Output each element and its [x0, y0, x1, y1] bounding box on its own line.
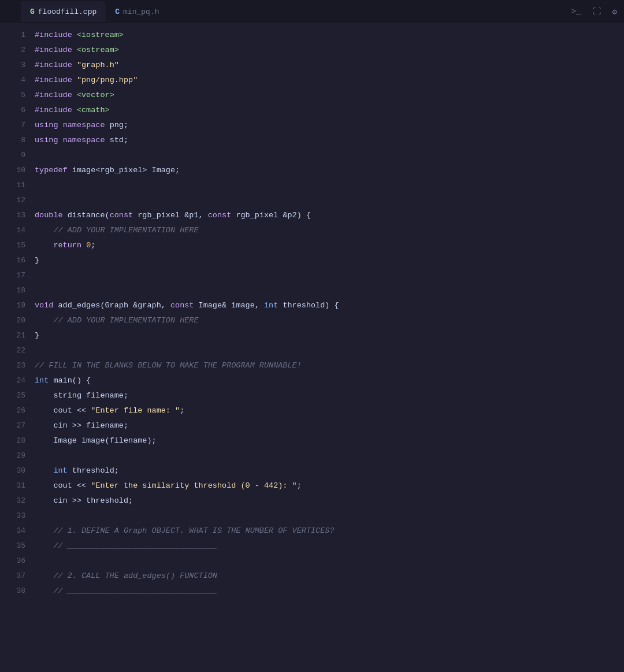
code-line-22: 22 [0, 343, 624, 358]
line-content-31: cout << "Enter the similarity threshold … [35, 478, 302, 493]
line-content-15: return 0; [35, 238, 95, 253]
code-line-6: 6#include <cmath> [0, 103, 624, 118]
code-line-8: 8using namespace std; [0, 133, 624, 148]
line-number-34: 34 [7, 524, 25, 539]
line-content-3: #include "graph.h" [35, 58, 119, 73]
line-number-20: 20 [7, 313, 25, 328]
code-line-16: 16} [0, 253, 624, 268]
tab-floodfill-label: floodfill.cpp [38, 8, 96, 16]
line-number-10: 10 [7, 163, 25, 178]
tab-floodfill[interactable]: Gfloodfill.cpp [21, 1, 106, 22]
tab-floodfill-icon: G [30, 8, 35, 16]
line-number-28: 28 [7, 433, 25, 448]
line-number-27: 27 [7, 418, 25, 433]
line-number-7: 7 [7, 118, 25, 133]
code-line-14: 14 // ADD YOUR IMPLEMENTATION HERE [0, 223, 624, 238]
code-line-15: 15 return 0; [0, 238, 624, 253]
line-number-18: 18 [7, 283, 25, 298]
code-line-34: 34 // 1. DEFINE A Graph OBJECT. WHAT IS … [0, 524, 624, 539]
line-number-14: 14 [7, 223, 25, 238]
code-line-25: 25 string filename; [0, 388, 624, 403]
line-number-2: 2 [7, 43, 25, 58]
code-line-24: 24int main() { [0, 373, 624, 388]
code-line-11: 11 [0, 178, 624, 193]
line-content-34: // 1. DEFINE A Graph OBJECT. WHAT IS THE… [35, 524, 335, 539]
line-content-20: // ADD YOUR IMPLEMENTATION HERE [35, 313, 199, 328]
code-line-30: 30 int threshold; [0, 463, 624, 478]
hamburger-icon[interactable] [5, 9, 9, 14]
line-number-16: 16 [7, 253, 25, 268]
code-line-9: 9 [0, 148, 624, 163]
code-line-35: 35 // ________________________________ [0, 539, 624, 554]
line-number-37: 37 [7, 569, 25, 584]
line-number-8: 8 [7, 133, 25, 148]
settings-button[interactable]: ⚙ [610, 6, 619, 18]
code-line-37: 37 // 2. CALL THE add_edges() FUNCTION [0, 569, 624, 584]
tab-minpq-icon: C [115, 8, 120, 16]
code-line-5: 5#include <vector> [0, 88, 624, 103]
code-line-3: 3#include "graph.h" [0, 58, 624, 73]
line-content-30: int threshold; [35, 463, 119, 478]
line-content-7: using namespace png; [35, 118, 128, 133]
line-number-5: 5 [7, 88, 25, 103]
code-line-7: 7using namespace png; [0, 118, 624, 133]
line-content-5: #include <vector> [35, 88, 114, 103]
fullscreen-button[interactable]: ⛶ [590, 6, 603, 17]
code-line-1: 1#include <iostream> [0, 28, 624, 43]
line-content-1: #include <iostream> [35, 28, 124, 43]
line-number-36: 36 [7, 554, 25, 569]
line-number-15: 15 [7, 238, 25, 253]
line-content-32: cin >> threshold; [35, 493, 133, 508]
code-line-23: 23// FILL IN THE BLANKS BELOW TO MAKE TH… [0, 358, 624, 373]
line-content-16: } [35, 253, 39, 268]
line-content-21: } [35, 328, 39, 343]
line-content-19: void add_edges(Graph &graph, const Image… [35, 298, 339, 313]
code-line-10: 10typedef image<rgb_pixel> Image; [0, 163, 624, 178]
line-content-38: // ________________________________ [35, 584, 217, 599]
code-line-28: 28 Image image(filename); [0, 433, 624, 448]
line-number-11: 11 [7, 178, 25, 193]
line-number-25: 25 [7, 388, 25, 403]
line-number-3: 3 [7, 58, 25, 73]
code-line-29: 29 [0, 448, 624, 463]
titlebar-left [5, 9, 17, 14]
code-line-38: 38 // ________________________________ [0, 584, 624, 599]
tab-minpq[interactable]: Cmin_pq.h [106, 1, 168, 22]
line-number-29: 29 [7, 448, 25, 463]
line-content-14: // ADD YOUR IMPLEMENTATION HERE [35, 223, 199, 238]
line-content-6: #include <cmath> [35, 103, 110, 118]
line-content-2: #include <ostream> [35, 43, 119, 58]
line-content-25: string filename; [35, 388, 128, 403]
line-content-37: // 2. CALL THE add_edges() FUNCTION [35, 569, 217, 584]
line-number-6: 6 [7, 103, 25, 118]
code-line-32: 32 cin >> threshold; [0, 493, 624, 508]
line-content-27: cin >> filename; [35, 418, 128, 433]
line-number-21: 21 [7, 328, 25, 343]
code-line-26: 26 cout << "Enter file name: "; [0, 403, 624, 418]
line-number-30: 30 [7, 463, 25, 478]
new-tab-button[interactable] [13, 9, 17, 14]
line-number-13: 13 [7, 208, 25, 223]
code-line-19: 19void add_edges(Graph &graph, const Ima… [0, 298, 624, 313]
code-line-12: 12 [0, 193, 624, 208]
tab-minpq-label: min_pq.h [123, 8, 159, 16]
terminal-button[interactable]: >_ [569, 6, 584, 17]
line-content-23: // FILL IN THE BLANKS BELOW TO MAKE THE … [35, 358, 302, 373]
line-number-24: 24 [7, 373, 25, 388]
line-number-19: 19 [7, 298, 25, 313]
line-number-1: 1 [7, 28, 25, 43]
code-line-17: 17 [0, 268, 624, 283]
line-content-13: double distance(const rgb_pixel &p1, con… [35, 208, 311, 223]
code-line-4: 4#include "png/png.hpp" [0, 73, 624, 88]
line-number-31: 31 [7, 478, 25, 493]
line-number-9: 9 [7, 148, 25, 163]
code-line-33: 33 [0, 508, 624, 524]
editor-area: 1#include <iostream>2#include <ostream>3… [0, 23, 624, 603]
line-number-17: 17 [7, 268, 25, 283]
line-content-8: using namespace std; [35, 133, 128, 148]
code-line-21: 21} [0, 328, 624, 343]
line-content-28: Image image(filename); [35, 433, 157, 448]
line-content-4: #include "png/png.hpp" [35, 73, 138, 88]
line-number-23: 23 [7, 358, 25, 373]
line-number-12: 12 [7, 193, 25, 208]
